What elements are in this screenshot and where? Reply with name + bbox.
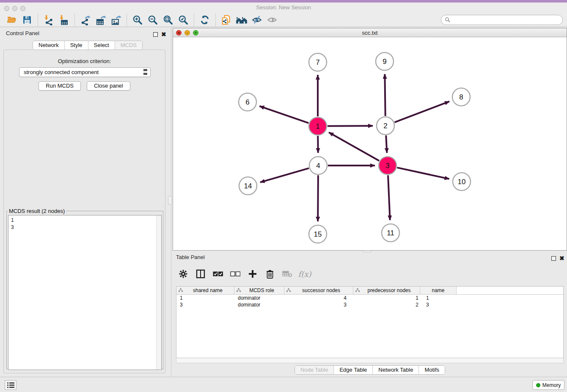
table-panel-float-button[interactable] — [551, 255, 556, 262]
graph-node-3[interactable]: 3 — [379, 157, 396, 174]
graph-node-9[interactable]: 9 — [376, 52, 394, 70]
tab-edge-table[interactable]: Edge Table — [334, 366, 373, 374]
result-scrollbar[interactable] — [156, 215, 161, 370]
clone-network-icon — [221, 14, 232, 25]
zoom-window-button[interactable] — [20, 6, 25, 11]
tab-node-table[interactable]: Node Table — [295, 366, 334, 374]
graph-node-1[interactable]: 1 — [309, 117, 327, 135]
task-history-button[interactable] — [5, 380, 17, 390]
mcds-result-textarea[interactable]: 13 — [8, 215, 162, 370]
graph-node-15[interactable]: 15 — [309, 225, 327, 243]
hide-selected-button[interactable] — [249, 14, 264, 26]
clone-network-button[interactable] — [219, 14, 234, 26]
trash-icon — [266, 270, 274, 279]
zoom-out-button[interactable] — [145, 14, 160, 26]
graph-edge-3-11[interactable] — [388, 175, 390, 220]
run-mcds-button[interactable]: Run MCDS — [39, 81, 81, 91]
tab-network[interactable]: Network — [33, 41, 65, 50]
apply-layout-button[interactable] — [197, 14, 212, 26]
cell-name[interactable]: 3 — [420, 301, 457, 308]
tab-mcds[interactable]: MCDS — [115, 41, 142, 50]
export-table-button[interactable] — [93, 14, 108, 26]
network-close-button[interactable]: ✕ — [176, 30, 182, 36]
status-bar: Memory — [0, 377, 567, 392]
control-panel-float-button[interactable] — [153, 31, 158, 39]
tab-network-table[interactable]: Network Table — [373, 366, 419, 374]
search-input[interactable] — [450, 17, 556, 23]
network-zoom-button[interactable]: + — [193, 30, 198, 36]
cell-predecessor-nodes[interactable]: 1 — [353, 295, 420, 301]
zoom-fit-button[interactable] — [160, 14, 176, 26]
zoom-out-icon — [147, 14, 158, 25]
graph-node-7[interactable]: 7 — [309, 53, 327, 71]
tab-style[interactable]: Style — [65, 41, 88, 50]
split-drag-handle[interactable] — [168, 196, 172, 204]
graph-node-11[interactable]: 11 — [382, 224, 399, 242]
tab-motifs[interactable]: Motifs — [419, 366, 445, 374]
delete-column-button[interactable] — [264, 268, 275, 279]
graph-node-14[interactable]: 14 — [239, 177, 257, 195]
network-window-titlebar[interactable]: scc.txt ✕ − + — [173, 28, 567, 37]
show-hidden-button[interactable] — [264, 14, 280, 26]
table-settings-button[interactable] — [178, 268, 189, 279]
column-header-successor-nodes[interactable]: successor nodes — [284, 287, 353, 294]
graph-node-4[interactable]: 4 — [309, 157, 327, 174]
cell-MCDS-role[interactable]: dominator — [234, 301, 284, 308]
graph-edge-3-10[interactable] — [397, 168, 449, 179]
graph-edge-4-15[interactable] — [318, 175, 318, 221]
list-icon — [7, 382, 14, 388]
import-table-button[interactable] — [56, 14, 72, 26]
export-network-button[interactable] — [78, 14, 93, 26]
table-panel-close-button[interactable]: ✖ — [559, 254, 564, 262]
open-session-button[interactable] — [4, 14, 19, 26]
cell-successor-nodes[interactable]: 4 — [284, 295, 353, 301]
network-canvas[interactable]: 7968124314101511 — [173, 37, 567, 250]
minimize-window-button[interactable] — [12, 6, 17, 11]
control-panel-close-button[interactable]: ✖ — [161, 30, 166, 38]
graph-edge-2-9[interactable] — [385, 74, 385, 116]
cell-predecessor-nodes[interactable]: 2 — [353, 301, 420, 308]
graph-edge-1-2[interactable] — [328, 126, 373, 126]
float-panel-icon — [153, 32, 158, 37]
first-neighbors-button[interactable] — [234, 14, 249, 26]
export-network-icon — [80, 14, 91, 25]
network-minimize-button[interactable]: − — [184, 30, 190, 36]
graph-edge-4-14[interactable] — [260, 168, 309, 182]
column-header-MCDS-role[interactable]: MCDS role — [234, 287, 284, 294]
search-field[interactable] — [441, 15, 563, 25]
table-horizontal-scrollbar[interactable] — [176, 358, 564, 363]
graph-edge-3-1[interactable] — [329, 133, 379, 161]
close-panel-button[interactable]: Close panel — [87, 81, 130, 91]
zoom-selected-button[interactable] — [176, 14, 191, 26]
cell-name[interactable]: 1 — [420, 295, 457, 301]
graph-edge-1-6[interactable] — [259, 106, 308, 123]
graph-node-8[interactable]: 8 — [452, 88, 470, 106]
close-window-button[interactable] — [4, 6, 9, 11]
graph-edge-2-3[interactable] — [386, 135, 387, 153]
show-column-panel-button[interactable] — [195, 268, 206, 279]
graph-node-6[interactable]: 6 — [239, 93, 256, 111]
import-network-button[interactable] — [41, 14, 56, 26]
graph-node-2[interactable]: 2 — [377, 117, 394, 135]
column-header-name[interactable]: name — [420, 287, 457, 294]
table-row[interactable]: 3dominator323 — [176, 301, 563, 308]
criterion-dropdown[interactable]: strongly connected component — [19, 67, 151, 77]
export-image-button[interactable] — [108, 14, 124, 26]
graph-node-10[interactable]: 10 — [453, 173, 471, 190]
cell-shared-name[interactable]: 1 — [176, 295, 234, 301]
create-column-button[interactable] — [247, 268, 258, 279]
delete-table-button-disabled — [282, 268, 293, 279]
cell-MCDS-role[interactable]: dominator — [234, 295, 284, 301]
memory-button[interactable]: Memory — [532, 380, 564, 390]
table-row[interactable]: 1dominator411 — [176, 295, 563, 301]
column-header-shared-name[interactable]: shared name — [176, 287, 234, 294]
cell-successor-nodes[interactable]: 3 — [284, 301, 353, 308]
save-session-button[interactable] — [19, 14, 35, 26]
select-all-columns-button[interactable] — [212, 268, 223, 279]
cell-shared-name[interactable]: 3 — [176, 301, 234, 308]
zoom-in-button[interactable] — [130, 14, 145, 26]
graph-edge-2-8[interactable] — [395, 102, 449, 122]
tab-select[interactable]: Select — [88, 41, 115, 50]
unselect-all-columns-button[interactable] — [230, 268, 241, 279]
column-header-predecessor-nodes[interactable]: predecessor nodes — [353, 287, 420, 294]
